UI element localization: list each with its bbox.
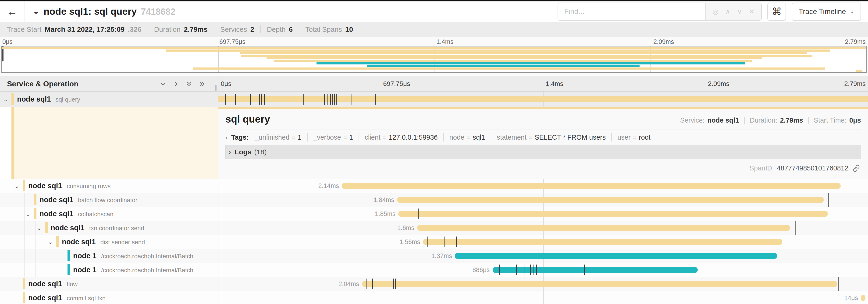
service-color-bar: [23, 278, 25, 289]
find-next-icon[interactable]: ∨: [737, 7, 742, 15]
tags-expander-icon[interactable]: ›: [225, 134, 227, 141]
span-bar[interactable]: [342, 183, 841, 189]
span-row-name-cell[interactable]: node sql1batch flow coordinator: [0, 193, 218, 207]
span-row-name-cell[interactable]: node 1/cockroach.roachpb.Internal/Batch: [0, 263, 218, 277]
span-row-name-cell[interactable]: ⌄node sql1txn coordinator send: [0, 221, 218, 235]
command-icon: ⌘: [772, 6, 782, 17]
tag-key: client: [365, 134, 380, 141]
column-resize-handle[interactable]: ∥: [214, 84, 218, 91]
collapse-all-icon[interactable]: [185, 80, 192, 87]
span-id-value: 4877749850101760812: [777, 164, 848, 172]
span-row[interactable]: ⌄node sql1sql query: [0, 92, 868, 107]
keyboard-shortcuts-button[interactable]: ⌘: [767, 3, 786, 21]
span-row-name-cell[interactable]: ⌄node sql1consuming rows: [0, 179, 218, 193]
span-bar[interactable]: [417, 225, 790, 231]
back-button[interactable]: ←: [0, 1, 25, 22]
span-bar[interactable]: [397, 197, 824, 203]
span-row-timeline-cell[interactable]: 2.04ms: [218, 277, 868, 291]
span-row[interactable]: node 1/cockroach.roachpb.Internal/Batch8…: [0, 263, 868, 277]
service-name: node sql1sql query: [17, 95, 80, 103]
info-separator: [260, 26, 261, 33]
span-row-timeline-cell[interactable]: 14μs: [218, 291, 868, 304]
tag-separator: [611, 133, 612, 141]
span-bar[interactable]: [493, 267, 698, 273]
tree-indent-guide: [24, 249, 25, 263]
row-collapse-icon[interactable]: ⌄: [37, 224, 42, 231]
span-row[interactable]: node 1/cockroach.roachpb.Internal/Batch1…: [0, 249, 868, 263]
span-row[interactable]: ⌄node sql1txn coordinator send1.6ms: [0, 221, 868, 235]
collapse-trace-icon[interactable]: ⌄: [33, 6, 39, 15]
detail-accent-background: [14, 107, 218, 179]
span-row[interactable]: node sql1commit sql txn14μs: [0, 291, 868, 304]
span-row[interactable]: node sql1flow2.04ms: [0, 277, 868, 291]
span-row-name-cell[interactable]: node sql1flow: [0, 277, 218, 291]
span-bar[interactable]: [398, 211, 828, 217]
span-row-timeline-cell[interactable]: 1.56ms: [218, 235, 868, 249]
span-end-tick: [795, 221, 796, 235]
span-row-timeline-cell[interactable]: 886μs: [218, 263, 868, 277]
span-bar[interactable]: [455, 253, 777, 259]
span-row-timeline-cell[interactable]: 1.37ms: [218, 249, 868, 263]
tags-row[interactable]: ›Tags:_unfinished=1_verbose=1client=127.…: [225, 130, 861, 145]
meta-label: Start Time:: [814, 116, 846, 124]
tag-value: root: [639, 134, 651, 141]
span-row-timeline-cell[interactable]: 2.14ms: [218, 179, 868, 193]
info-label: Total Spans: [305, 26, 342, 33]
meta-value: node sql1: [707, 116, 739, 124]
span-row-name-cell[interactable]: ⌄node sql1dist sender send: [0, 235, 218, 249]
span-row-timeline-cell[interactable]: 1.6ms: [218, 221, 868, 235]
span-bar[interactable]: [362, 281, 838, 287]
trace-view-selector[interactable]: Trace Timeline ⌄: [792, 3, 861, 21]
span-duration-label: 886μs: [472, 266, 490, 273]
find-input[interactable]: [558, 3, 705, 20]
tag-item: client=127.0.0.1:59936: [365, 134, 438, 141]
span-bar[interactable]: [218, 96, 868, 102]
meta-value: 2.79ms: [780, 116, 803, 124]
tags-label: Tags:: [231, 134, 249, 141]
service-name: node sql1txn coordinator send: [51, 224, 144, 232]
log-tick-mark: [499, 265, 500, 275]
service-name: node 1/cockroach.roachpb.Internal/Batch: [73, 252, 193, 260]
span-row-name-cell[interactable]: node sql1commit sql txn: [0, 291, 218, 304]
service-name: node sql1flow: [28, 280, 78, 288]
collapse-one-icon[interactable]: [159, 80, 166, 87]
find-prev-icon[interactable]: ∧: [725, 7, 731, 15]
operation-name: flow: [67, 281, 78, 288]
row-collapse-icon[interactable]: ⌄: [26, 210, 31, 217]
row-collapse-icon[interactable]: ⌄: [48, 238, 53, 245]
logs-accordion[interactable]: › Logs (18): [225, 145, 861, 159]
span-row[interactable]: node sql1batch flow coordinator1.84ms: [0, 193, 868, 207]
log-tick-mark: [367, 278, 367, 289]
tree-indent-guide: [24, 207, 25, 221]
minimap-span-bar: [316, 62, 745, 64]
expand-one-icon[interactable]: [173, 80, 179, 87]
expand-all-icon[interactable]: [198, 80, 206, 87]
span-row-name-cell[interactable]: node 1/cockroach.roachpb.Internal/Batch: [0, 249, 218, 263]
span-row-name-cell[interactable]: ⌄node sql1sql query: [0, 92, 218, 107]
span-bar[interactable]: [423, 239, 782, 245]
minimap-span-bar: [240, 52, 807, 54]
find-target-icon[interactable]: ◎: [712, 7, 718, 15]
row-collapse-icon[interactable]: ⌄: [3, 96, 8, 103]
log-tick-mark: [357, 94, 358, 105]
find-clear-icon[interactable]: ✕: [749, 7, 755, 15]
tree-indent-guide: [13, 207, 13, 221]
span-row[interactable]: ⌄node sql1dist sender send1.56ms: [0, 235, 868, 249]
operation-name: batch flow coordinator: [78, 197, 137, 204]
span-row-timeline-cell[interactable]: 1.85ms: [218, 207, 868, 221]
service-name: node sql1colbatchscan: [39, 210, 113, 218]
span-row-name-cell[interactable]: ⌄node sql1colbatchscan: [0, 207, 218, 221]
log-tick-mark: [444, 237, 444, 247]
span-bar[interactable]: [861, 295, 865, 301]
row-collapse-icon[interactable]: ⌄: [14, 182, 20, 189]
info-value: 10: [345, 26, 353, 33]
span-row[interactable]: ⌄node sql1consuming rows2.14ms: [0, 179, 868, 193]
span-row[interactable]: ⌄node sql1colbatchscan1.85ms: [0, 207, 868, 221]
minimap-canvas[interactable]: [1, 46, 867, 73]
span-row-timeline-cell[interactable]: 1.84ms: [218, 193, 868, 207]
tag-separator: [359, 133, 359, 141]
tag-key: _unfinished: [255, 134, 289, 141]
span-row-timeline-cell[interactable]: [218, 92, 868, 107]
copy-link-icon[interactable]: [852, 165, 860, 172]
tag-equals: =: [292, 134, 295, 141]
